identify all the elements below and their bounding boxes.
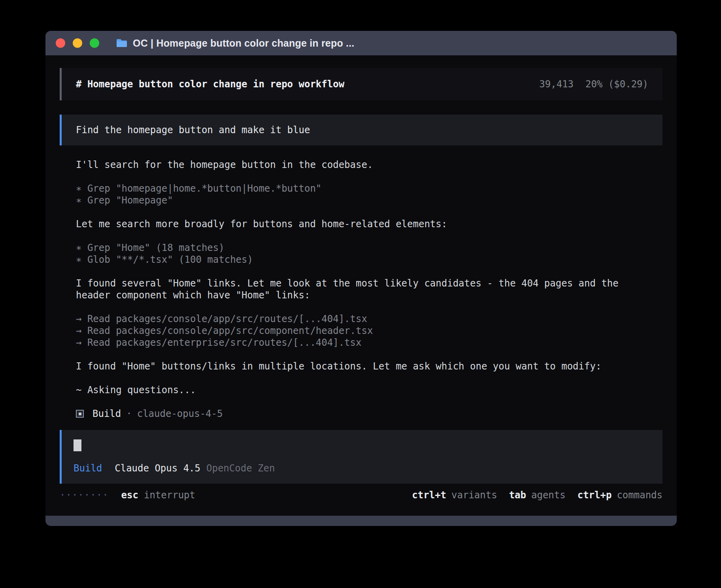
minimize-button[interactable] [73, 38, 82, 48]
folder-icon [116, 38, 128, 48]
mode-indicator[interactable]: Build [74, 462, 102, 474]
text-cursor [74, 439, 81, 451]
agent-model: claude-opus-4-5 [137, 408, 223, 420]
zoom-button[interactable] [90, 38, 99, 48]
assistant-status-line: ~ Asking questions... [76, 384, 637, 396]
session-title: # Homepage button color change in repo w… [76, 78, 344, 90]
model-indicator[interactable]: Claude Opus 4.5 [115, 462, 200, 474]
tool-call-grep: ∗ Grep "Homepage" [76, 194, 662, 206]
tool-call-read: → Read packages/console/app/src/routes/[… [76, 313, 662, 325]
status-left: ········ esc interrupt [60, 489, 195, 501]
close-button[interactable] [56, 38, 65, 48]
hint-key: ctrl+t [412, 489, 446, 501]
hint-commands: ctrl+p commands [578, 489, 662, 501]
window-footer-strip [45, 516, 677, 526]
status-right: ctrl+t variants tab agents ctrl+p comman… [412, 489, 662, 501]
hint-agents: tab agents [509, 489, 566, 501]
window-title: OC | Homepage button color change in rep… [133, 38, 354, 49]
hint-key: tab [509, 489, 526, 501]
assistant-paragraph: I'll search for the homepage button in t… [76, 159, 637, 171]
input-footer: Build Claude Opus 4.5 OpenCode Zen [74, 462, 651, 474]
tool-call-group: → Read packages/console/app/src/routes/[… [60, 313, 662, 349]
hint-label: commands [617, 489, 662, 501]
session-header: # Homepage button color change in repo w… [60, 68, 662, 100]
title-group: OC | Homepage button color change in rep… [116, 38, 354, 49]
assistant-paragraph: Let me search more broadly for buttons a… [76, 218, 637, 230]
titlebar: OC | Homepage button color change in rep… [45, 31, 677, 55]
tool-call-group: ∗ Grep "Home" (18 matches) ∗ Glob "**/*.… [60, 242, 662, 266]
input-line[interactable] [74, 439, 651, 451]
hint-key: ctrl+p [578, 489, 612, 501]
token-count: 39,413 [539, 78, 574, 90]
context-usage: 20% ($0.29) [585, 78, 648, 90]
hint-label: variants [451, 489, 497, 501]
user-message: Find the homepage button and make it blu… [60, 115, 662, 145]
user-message-text: Find the homepage button and make it blu… [76, 124, 310, 136]
session-stats: 39,413 20% ($0.29) [539, 78, 648, 90]
tool-call-glob: ∗ Glob "**/*.tsx" (100 matches) [76, 254, 662, 266]
agent-icon [76, 410, 84, 418]
assistant-paragraph: I found several "Home" links. Let me loo… [76, 277, 637, 301]
spinner-dots: ········ [60, 489, 109, 501]
provider-indicator: OpenCode Zen [206, 462, 275, 474]
agent-status-line: Build · claude-opus-4-5 [76, 408, 662, 420]
hint-variants: ctrl+t variants [412, 489, 497, 501]
agent-name: Build [92, 408, 121, 420]
terminal-content: # Homepage button color change in repo w… [45, 55, 677, 516]
tool-call-grep: ∗ Grep "Home" (18 matches) [76, 242, 662, 254]
message-input[interactable]: Build Claude Opus 4.5 OpenCode Zen [60, 430, 662, 484]
tool-call-group: ∗ Grep "homepage|home.*button|Home.*butt… [60, 183, 662, 206]
tool-call-read: → Read packages/console/app/src/componen… [76, 325, 662, 337]
esc-key-hint: esc [121, 489, 138, 501]
hint-label: agents [531, 489, 566, 501]
tool-call-grep: ∗ Grep "homepage|home.*button|Home.*butt… [76, 183, 662, 194]
assistant-paragraph: I found "Home" buttons/links in multiple… [76, 360, 637, 372]
status-bar: ········ esc interrupt ctrl+t variants t… [60, 489, 662, 501]
traffic-lights [56, 38, 99, 48]
app-window: OC | Homepage button color change in rep… [45, 31, 677, 526]
agent-separator: · [126, 408, 132, 420]
esc-key-label: interrupt [144, 489, 195, 501]
tool-call-read: → Read packages/enterprise/src/routes/[.… [76, 337, 662, 349]
